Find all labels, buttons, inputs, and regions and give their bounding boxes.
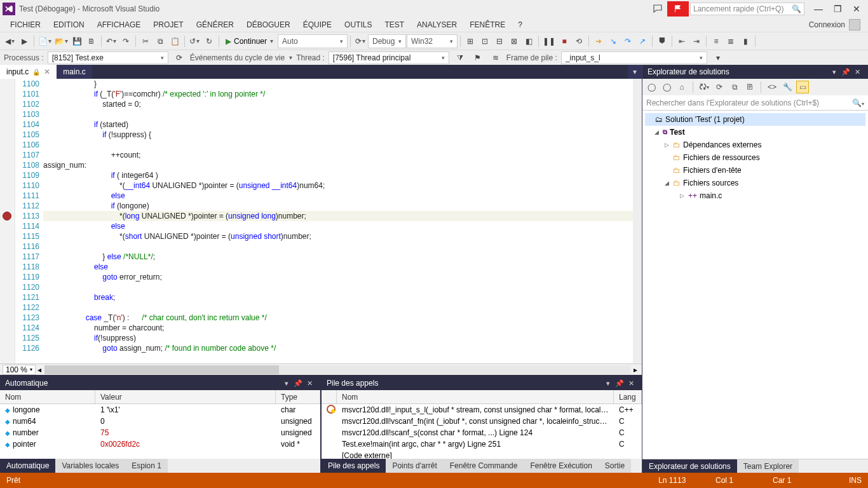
step-fwd-button[interactable]: ↻ (202, 34, 216, 48)
se-tree[interactable]: 🗂 Solution 'Test' (1 projet) ◢ ⧉ Test ▷🗀… (642, 111, 868, 459)
auto-combo[interactable]: Auto▾ (278, 34, 348, 48)
feedback-icon[interactable] (649, 1, 666, 17)
step-over-button[interactable]: ↷ (621, 34, 635, 48)
nav-back-button[interactable]: ◀▾ (3, 34, 17, 48)
filter-icon[interactable]: ⧩ (453, 51, 467, 65)
open-button[interactable]: 📂▾ (53, 34, 69, 48)
se-preview-button[interactable]: ▭ (796, 81, 809, 93)
panel-tab[interactable]: Fenêtre Exécution (524, 459, 598, 473)
panel-pin-icon[interactable]: 📌 (614, 379, 625, 388)
se-back-button[interactable]: ◯ (645, 81, 658, 93)
platform-combo[interactable]: Win32▾ (407, 34, 458, 48)
code-editor[interactable]: 1100110111021103110411051106110711081109… (0, 79, 642, 363)
callstack-col-name[interactable]: Nom (337, 390, 614, 403)
hscroll-right[interactable]: ▸ (632, 365, 639, 374)
flag-toggle-icon[interactable]: ⚑ (471, 51, 485, 65)
se-search-input[interactable]: Rechercher dans l'Explorateur de solutio… (642, 95, 868, 111)
events-drop[interactable]: ▾ (289, 54, 292, 61)
se-collapse-button[interactable]: ⧉ (728, 81, 741, 93)
redo-button[interactable]: ↷ (119, 34, 133, 48)
menu-?[interactable]: ? (512, 18, 529, 32)
stop-button[interactable]: ■ (557, 34, 571, 48)
se-close-icon[interactable]: ✕ (851, 68, 863, 76)
panel-tab[interactable]: Variables locales (55, 459, 125, 473)
menu-fenêtre[interactable]: FENÊTRE (463, 18, 512, 32)
copy-button[interactable]: ⧉ (153, 34, 167, 48)
panel-tab[interactable]: Fenêtre Commande (444, 459, 524, 473)
panel-dropdown-icon[interactable]: ▾ (602, 379, 614, 388)
autos-col-name[interactable]: Nom (0, 390, 95, 403)
menu-outils[interactable]: OUTILS (338, 18, 378, 32)
panel-tab[interactable]: Points d'arrêt (386, 459, 443, 473)
maximize-button[interactable]: ❐ (829, 1, 846, 17)
se-code-button[interactable]: <> (766, 81, 778, 93)
panel-dropdown-icon[interactable]: ▾ (281, 379, 292, 388)
se-dropdown-icon[interactable]: ▾ (829, 68, 840, 76)
step-back-button[interactable]: ↺▾ (187, 34, 201, 48)
bookmark-button[interactable]: ▮ (738, 34, 752, 48)
comment-button[interactable]: ≡ (709, 34, 723, 48)
doc-tab[interactable]: input.c🔒✕ (0, 65, 57, 79)
close-button[interactable]: ✕ (848, 1, 865, 17)
toggle-bp-button[interactable]: ⛊ (655, 34, 669, 48)
callstack-row[interactable]: msvcr120d.dll!scanf_s(const char * forma… (322, 427, 642, 438)
vertical-scrollbar[interactable] (633, 79, 642, 363)
thread-combo[interactable]: [7596] Thread principal▾ (329, 51, 449, 64)
show-next-statement[interactable]: ➜ (592, 34, 606, 48)
tool-b[interactable]: ⊡ (478, 34, 492, 48)
new-project-button[interactable]: 📄▾ (37, 34, 53, 48)
config-combo[interactable]: Debug▾ (368, 34, 406, 48)
avatar-icon[interactable] (849, 19, 860, 30)
menu-analyser[interactable]: ANALYSER (410, 18, 463, 32)
side-tab[interactable]: Team Explorer (737, 459, 799, 473)
pause-button[interactable]: ❚❚ (541, 34, 557, 48)
menu-équipe[interactable]: ÉQUIPE (297, 18, 338, 32)
panel-tab[interactable]: Pile des appels (322, 459, 386, 473)
step-out-button[interactable]: ↗ (635, 34, 649, 48)
autos-row[interactable]: ◆number75unsigned (0, 427, 320, 438)
se-project-node[interactable]: ◢ ⧉ Test (645, 126, 865, 139)
nav-forward-button[interactable]: ▶ (17, 34, 31, 48)
se-solution-node[interactable]: 🗂 Solution 'Test' (1 projet) (645, 113, 865, 126)
se-refresh-button[interactable]: ⟳ (713, 81, 726, 93)
refresh-button[interactable]: ⟳▾ (353, 34, 367, 48)
menu-projet[interactable]: PROJET (147, 18, 189, 32)
breakpoint-icon[interactable] (3, 212, 11, 220)
tabs-overflow-button[interactable]: ▾ (628, 65, 642, 79)
callstack-row[interactable]: msvcr120d.dll!_input_s_l(_iobuf * stream… (322, 404, 642, 416)
lifecycle-refresh-icon[interactable]: ⟳ (172, 51, 186, 65)
frame-combo[interactable]: _input_s_l▾ (561, 51, 707, 64)
signin-link[interactable]: Connexion (809, 20, 845, 29)
indent-dec-button[interactable]: ⇤ (675, 34, 689, 48)
se-folder-node[interactable]: ▷🗀Dépendances externes (645, 139, 865, 151)
se-showall-button[interactable]: 🖹 (743, 81, 756, 93)
se-sync-button[interactable]: 🗘▾ (698, 81, 710, 93)
panel-close-icon[interactable]: ✕ (625, 379, 637, 388)
panel-close-icon[interactable]: ✕ (304, 379, 315, 388)
quick-launch-input[interactable]: Lancement rapide (Ctrl+Q) 🔍 (690, 3, 804, 15)
hscroll-left[interactable]: ◂ (36, 365, 43, 374)
se-folder-node[interactable]: 🗀Fichiers d'en-tête (645, 164, 865, 177)
close-icon[interactable]: ✕ (44, 67, 50, 76)
restart-button[interactable]: ⟲ (572, 34, 586, 48)
menu-affichage[interactable]: AFFICHAGE (91, 18, 147, 32)
save-all-button[interactable]: 🗎 (85, 34, 98, 48)
autos-row[interactable]: ◆pointer0x0026fd2cvoid * (0, 438, 320, 450)
continue-button[interactable]: ▶Continuer▾ (222, 34, 277, 48)
se-pin-icon[interactable]: 📌 (840, 68, 851, 76)
minimize-button[interactable]: — (810, 1, 827, 17)
panel-tab[interactable]: Automatique (0, 459, 55, 473)
callstack-row[interactable]: Test.exe!main(int argc, char * * argv) L… (322, 438, 642, 450)
se-folder-node[interactable]: ◢🗀Fichiers sources (645, 177, 865, 189)
process-combo[interactable]: [8152] Test.exe▾ (48, 51, 168, 64)
side-tab[interactable]: Explorateur de solutions (642, 459, 737, 473)
tool-c[interactable]: ⊟ (492, 34, 506, 48)
callstack-col-lang[interactable]: Lang (614, 390, 642, 403)
se-home-button[interactable]: ⌂ (675, 81, 688, 93)
se-folder-node[interactable]: 🗀Fichiers de ressources (645, 151, 865, 164)
panel-tab[interactable]: Sortie (599, 459, 631, 473)
tool-e[interactable]: ◧ (522, 34, 536, 48)
menu-déboguer[interactable]: DÉBOGUER (240, 18, 297, 32)
uncomment-button[interactable]: ≣ (724, 34, 738, 48)
callstack-row[interactable]: [Code externe] (322, 450, 642, 459)
